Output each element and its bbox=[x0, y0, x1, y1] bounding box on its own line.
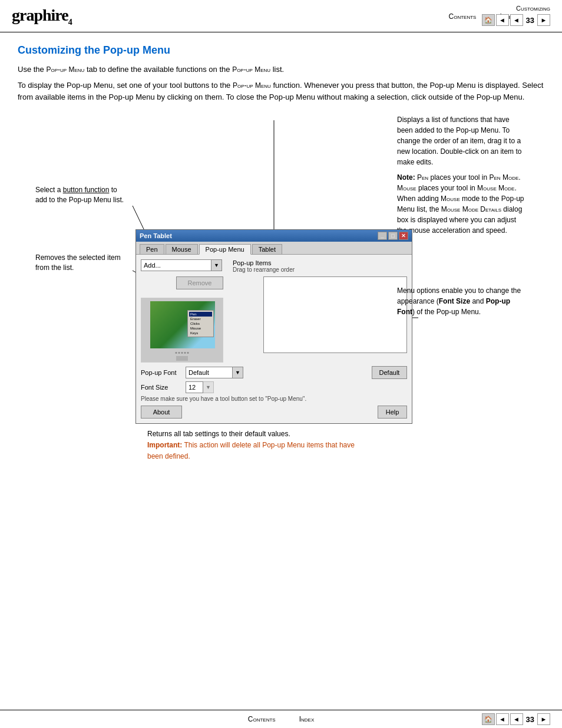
popup-item-clicks: Clicks bbox=[189, 321, 212, 326]
about-button[interactable]: About bbox=[141, 406, 182, 419]
dialog-message: Please make sure you have a tool button … bbox=[141, 396, 407, 402]
important-label: Important: bbox=[147, 441, 182, 449]
pen-mode-smallcaps: Pen Mode bbox=[490, 173, 519, 182]
smallcaps-popup-menu: Pop-up Menu bbox=[46, 65, 84, 74]
monitor-stand-dots bbox=[176, 352, 189, 354]
help-button[interactable]: Help bbox=[378, 406, 407, 419]
page-footer: Contents Index 🏠 ◄ ◄ 33 ► bbox=[0, 710, 562, 728]
dialog-title: Pen Tablet bbox=[140, 232, 172, 239]
mouse-mode-details-smallcaps: Mouse Mode Details bbox=[441, 205, 501, 213]
callout-left-bottom-text: Removes the selected item from the list. bbox=[35, 253, 121, 272]
prev-arrow-button[interactable]: ◄ bbox=[510, 14, 523, 26]
monitor-base bbox=[176, 356, 188, 361]
remove-button[interactable]: Remove bbox=[176, 276, 223, 289]
footer-prev-button[interactable]: ◄ bbox=[496, 713, 509, 725]
font-size-bold: Font Size bbox=[439, 297, 470, 305]
index-link-footer[interactable]: Index bbox=[299, 715, 315, 723]
customizing-link[interactable]: Customizing bbox=[516, 5, 550, 12]
next-button[interactable]: ► bbox=[537, 14, 550, 26]
diagram-area: Displays a list of functions that have b… bbox=[18, 114, 544, 444]
prev-button[interactable]: ◄ bbox=[496, 14, 509, 26]
maximize-button[interactable]: □ bbox=[388, 232, 398, 240]
font-size-row: Font Size ▼ bbox=[141, 381, 407, 393]
dot2 bbox=[178, 352, 180, 354]
page-title: Customizing the Pop-up Menu bbox=[18, 44, 544, 57]
dot3 bbox=[181, 352, 183, 354]
smallcaps-popup-menu-2: Pop-up Menu bbox=[232, 65, 270, 74]
main-content: Customizing the Pop-up Menu Use the Pop-… bbox=[0, 32, 562, 457]
close-button[interactable]: ✕ bbox=[399, 232, 408, 240]
important-text: Important: This action will delete all P… bbox=[147, 440, 371, 462]
callout-note-text: Note: Pen places your tool in Pen Mode. … bbox=[397, 172, 527, 236]
minimize-button[interactable]: _ bbox=[378, 232, 387, 240]
font-input[interactable] bbox=[186, 367, 233, 378]
returns-text: Returns all tab settings to their defaul… bbox=[147, 429, 371, 440]
pen-smallcaps: Pen bbox=[417, 173, 428, 182]
smallcaps-popup-menu-3: Pop-up Menu bbox=[233, 81, 271, 90]
right-panel bbox=[263, 276, 407, 363]
add-dropdown: ▼ bbox=[141, 259, 222, 271]
font-arrow[interactable]: ▼ bbox=[233, 367, 243, 378]
tab-popup-menu[interactable]: Pop-up Menu bbox=[199, 244, 251, 255]
callout-left-top: Select a button function to add to the P… bbox=[35, 185, 130, 205]
footer-next-button[interactable]: ► bbox=[537, 713, 550, 725]
font-row: Pop-up Font ▼ Default bbox=[141, 366, 407, 379]
dialog-titlebar: Pen Tablet _ □ ✕ bbox=[136, 230, 412, 242]
default-button[interactable]: Default bbox=[372, 366, 407, 379]
font-size-select: ▼ bbox=[186, 381, 214, 393]
intro-paragraph-1: Use the Pop-up Menu tab to define the av… bbox=[18, 64, 544, 75]
page-header: graphire4 Contents Index Customizing 🏠 ◄… bbox=[0, 0, 562, 32]
page-navigation: 🏠 ◄ ◄ 33 ► bbox=[482, 14, 550, 26]
logo-text: graphire bbox=[12, 6, 68, 24]
mouse-smallcaps: Mouse bbox=[397, 184, 416, 192]
callout-left-bottom: Removes the selected item from the list. bbox=[35, 253, 130, 273]
popup-item-eraser: Eraser bbox=[189, 317, 212, 321]
callout-left-prefix: Select a bbox=[35, 186, 63, 194]
add-row: ▼ Pop-up Items Drag to rearrange order bbox=[141, 259, 407, 273]
home-button[interactable]: 🏠 bbox=[482, 14, 495, 26]
left-panel: Remove Pen Eraser Clicks bbox=[141, 276, 259, 363]
mouse-mode-smallcaps: Mouse Mode bbox=[477, 184, 514, 192]
header-page: Customizing 🏠 ◄ ◄ 33 ► bbox=[482, 5, 550, 26]
dot1 bbox=[176, 352, 177, 354]
callout-right-bottom: Menu options enable you to change the ap… bbox=[397, 285, 527, 317]
logo: graphire4 bbox=[12, 6, 72, 27]
tab-mouse[interactable]: Mouse bbox=[166, 244, 198, 254]
dialog-body: ▼ Pop-up Items Drag to rearrange order R… bbox=[136, 255, 412, 423]
contents-link-header[interactable]: Contents bbox=[449, 12, 477, 21]
logo-sub: 4 bbox=[68, 18, 72, 27]
popup-items-box[interactable] bbox=[263, 276, 407, 353]
button-function-link[interactable]: button function bbox=[63, 186, 110, 194]
popup-item-pen: Pen bbox=[189, 312, 212, 317]
font-size-label: Font Size bbox=[141, 384, 182, 391]
page-number: 33 bbox=[524, 16, 536, 25]
titlebar-buttons: _ □ ✕ bbox=[378, 232, 408, 240]
footer-page-number: 33 bbox=[524, 715, 536, 724]
footer-prev-arrow-button[interactable]: ◄ bbox=[510, 713, 523, 725]
tab-tablet[interactable]: Tablet bbox=[252, 244, 282, 254]
tab-pen[interactable]: Pen bbox=[140, 244, 164, 254]
contents-link-footer[interactable]: Contents bbox=[248, 715, 276, 723]
note-label: Note: bbox=[397, 173, 415, 182]
font-size-input[interactable] bbox=[186, 381, 203, 393]
dot5 bbox=[187, 352, 189, 354]
drag-label: Drag to rearrange order bbox=[233, 266, 295, 273]
popup-item-keys: Keys bbox=[189, 331, 212, 335]
popup-items-header: Pop-up Items Drag to rearrange order bbox=[233, 259, 295, 273]
popup-item-mouse: Mouse bbox=[189, 326, 212, 331]
monitor-illustration: Pen Eraser Clicks Mouse Keys bbox=[141, 298, 223, 363]
dialog-wrapper: Pen Tablet _ □ ✕ Pen Mouse Pop-up Menu T… bbox=[135, 229, 412, 424]
footer-nav: Contents Index bbox=[248, 715, 314, 723]
dot4 bbox=[184, 352, 186, 354]
dialog-tabs: Pen Mouse Pop-up Menu Tablet bbox=[136, 242, 412, 255]
intro-paragraph-2: To display the Pop-up Menu, set one of y… bbox=[18, 80, 544, 103]
add-input[interactable] bbox=[141, 259, 211, 271]
mouse-mode-2-smallcaps: Mouse bbox=[441, 195, 460, 203]
dialog-footer: About Help bbox=[141, 406, 407, 419]
callout-right-top-text: Displays a list of functions that have b… bbox=[397, 114, 527, 167]
bottom-callout: Returns all tab settings to their defaul… bbox=[147, 429, 371, 463]
content-row: Remove Pen Eraser Clicks bbox=[141, 276, 407, 363]
footer-home-button[interactable]: 🏠 bbox=[482, 713, 495, 725]
popup-font-label: Pop-up Font bbox=[141, 369, 182, 376]
add-arrow[interactable]: ▼ bbox=[211, 259, 222, 271]
